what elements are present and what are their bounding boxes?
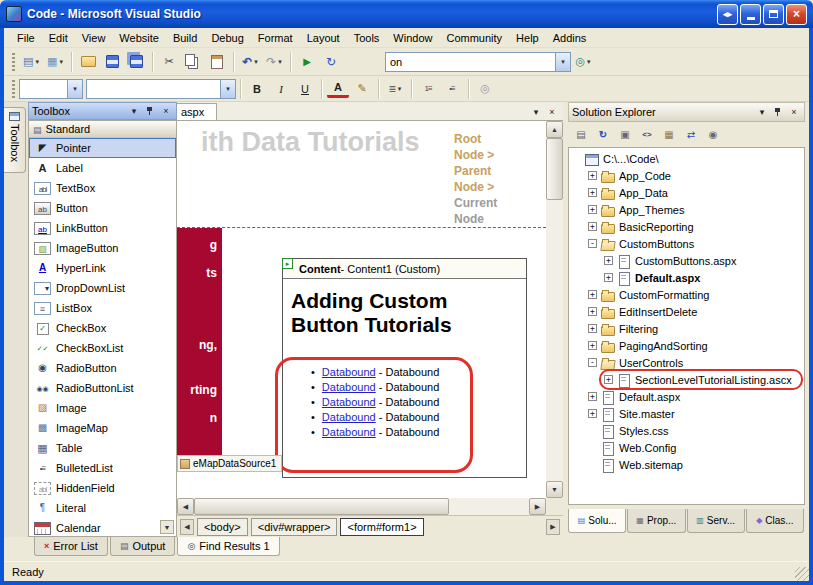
nest-related-files-icon[interactable] [615,126,635,144]
toolbar-grip[interactable] [12,80,15,98]
menu-item[interactable]: Edit [42,29,75,47]
toolbox-item[interactable]: Pointer [29,138,176,158]
toolbox-item[interactable]: RadioButton [29,358,176,378]
tool-window-tab[interactable]: Prop... [627,509,685,533]
menu-item[interactable]: Window [386,29,439,47]
toolbox-scroll-down-button[interactable]: ▼ [160,520,174,534]
menu-item[interactable]: Layout [300,29,347,47]
site-nav-sidebar[interactable]: gtsng,rtingn [177,228,222,455]
site-header-text[interactable]: ith Data Tutorials [201,127,420,158]
tag-nav-left-icon[interactable]: ◀ [180,519,194,535]
save-all-icon[interactable] [125,51,147,73]
toolbox-autohide-tab[interactable]: Toolbox [4,107,26,173]
window-nav-button[interactable]: ◂▸ [717,4,738,25]
page-heading[interactable]: Adding Custom Button Tutorials [283,279,498,337]
breadcrumb-node[interactable]: Current [454,195,540,211]
document-list-icon[interactable]: ▾ [529,105,543,118]
breadcrumb-node[interactable]: Node [454,211,540,227]
redo-icon[interactable] [263,51,285,73]
toolbox-item[interactable]: Table [29,438,176,458]
tree-item[interactable]: Site.master [569,405,804,422]
tree-item[interactable]: SectionLevelTutorialListing.ascx [569,371,804,388]
scroll-right-icon[interactable]: ▶ [529,498,546,515]
toolbox-item[interactable]: HiddenField [29,478,176,498]
tree-item[interactable]: Web.sitemap [569,456,804,473]
menu-item[interactable]: Website [112,29,166,47]
pin-icon[interactable] [771,106,785,119]
menu-item[interactable]: Addins [546,29,594,47]
aspnet-configuration-icon[interactable] [703,126,723,144]
toolbox-header[interactable]: Toolbox ▾ × [28,102,177,120]
bold-icon[interactable] [246,78,268,100]
tree-item[interactable]: Web.Config [569,439,804,456]
menu-item[interactable]: Debug [204,29,250,47]
window-menu-icon[interactable]: ▾ [127,105,141,118]
tree-item[interactable]: BasicReporting [569,218,804,235]
tree-expander-icon[interactable] [588,171,597,180]
tree-item[interactable]: App_Data [569,184,804,201]
menu-item[interactable]: Help [509,29,546,47]
scroll-down-icon[interactable]: ▼ [546,481,563,498]
breadcrumb[interactable]: RootNode >ParentNode >CurrentNode [454,131,540,227]
toolbox-item[interactable]: HyperLink [29,258,176,278]
titlebar[interactable]: Code - Microsoft Visual Studio ◂▸ × [0,0,813,28]
scrollbar-thumb[interactable] [546,138,563,200]
tree-item[interactable]: UserControls [569,354,804,371]
toolbar-grip[interactable] [12,53,15,71]
menu-item[interactable]: View [75,29,113,47]
maximize-button[interactable] [763,4,784,25]
tag-path-item[interactable]: <div#wrapper> [251,518,338,536]
tree-expander-icon[interactable] [588,358,597,367]
properties-icon[interactable] [571,126,591,144]
solution-explorer-header[interactable]: Solution Explorer ▾ × [568,102,805,122]
toolbox-item[interactable]: BulletedList [29,458,176,478]
toolbox-item[interactable]: RadioButtonList [29,378,176,398]
tree-expander-icon[interactable] [588,188,597,197]
close-document-icon[interactable]: × [545,105,559,118]
bottom-panel-tab[interactable]: Error List [34,537,108,556]
nav-text-fragment[interactable]: ng, [199,338,217,352]
toolbox-item[interactable]: TextBox [29,178,176,198]
scrollbar-thumb[interactable] [194,498,449,515]
undo-icon[interactable] [239,51,261,73]
toolbox-item[interactable]: CheckBoxList [29,338,176,358]
tree-expander-icon[interactable] [588,239,597,248]
hyperlink-icon[interactable] [474,78,496,100]
nav-text-fragment[interactable]: g [210,238,217,252]
font-combobox[interactable]: ▾ [86,79,236,99]
scrollbar-track[interactable] [546,138,563,481]
combobox-dropdown-icon[interactable]: ▾ [555,53,570,71]
toolbox-item[interactable]: Literal [29,498,176,518]
breadcrumb-node[interactable]: Node > [454,179,540,195]
toolbox-item[interactable]: Calendar [29,518,176,537]
toolbox-item[interactable]: Button [29,198,176,218]
style-combobox[interactable]: ▾ [19,79,83,99]
tag-nav-right-icon[interactable]: ▶ [546,519,560,535]
breadcrumb-node[interactable]: Node > [454,147,540,163]
italic-icon[interactable] [270,78,292,100]
horizontal-scrollbar[interactable]: ◀ ▶ [177,498,546,515]
resize-grip[interactable] [795,567,809,581]
tree-expander-icon[interactable] [588,205,597,214]
cut-icon[interactable] [158,51,180,73]
close-icon[interactable]: × [159,105,173,118]
copy-website-icon[interactable] [681,126,701,144]
menu-item[interactable]: Community [439,29,509,47]
tree-item[interactable]: App_Code [569,167,804,184]
tree-item[interactable]: Default.aspx [569,388,804,405]
tree-item[interactable]: Styles.css [569,422,804,439]
tree-item[interactable]: CustomButtons [569,235,804,252]
start-debug-icon[interactable] [296,51,318,73]
font-color-icon[interactable] [327,80,349,98]
close-icon[interactable]: × [787,106,801,119]
nav-text-fragment[interactable]: rting [190,383,217,397]
pin-icon[interactable] [143,105,157,118]
tree-expander-icon[interactable] [588,307,597,316]
menu-item[interactable]: File [10,29,42,47]
copy-icon[interactable] [182,51,204,73]
tree-item[interactable]: EditInsertDelete [569,303,804,320]
open-file-icon[interactable] [77,51,99,73]
bottom-panel-tab[interactable]: Output [110,537,176,556]
scroll-left-icon[interactable]: ◀ [177,498,194,515]
scroll-up-icon[interactable]: ▲ [546,121,563,138]
